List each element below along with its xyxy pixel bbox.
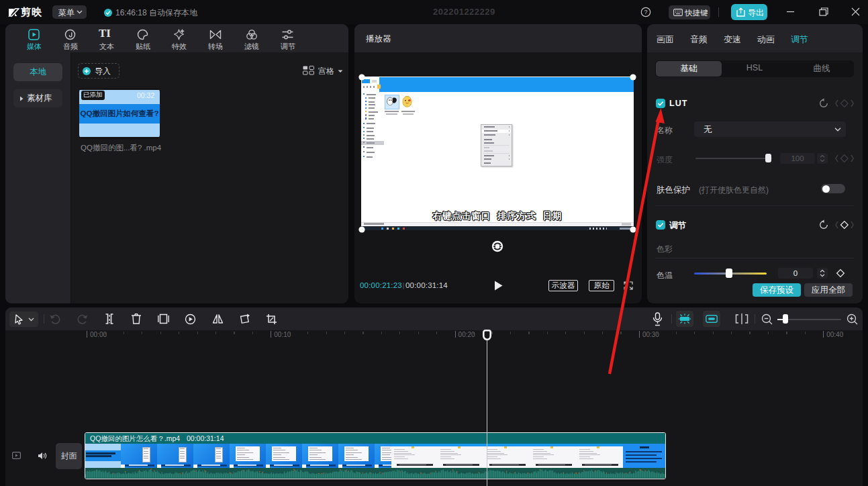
- svg-text:?: ?: [644, 9, 647, 15]
